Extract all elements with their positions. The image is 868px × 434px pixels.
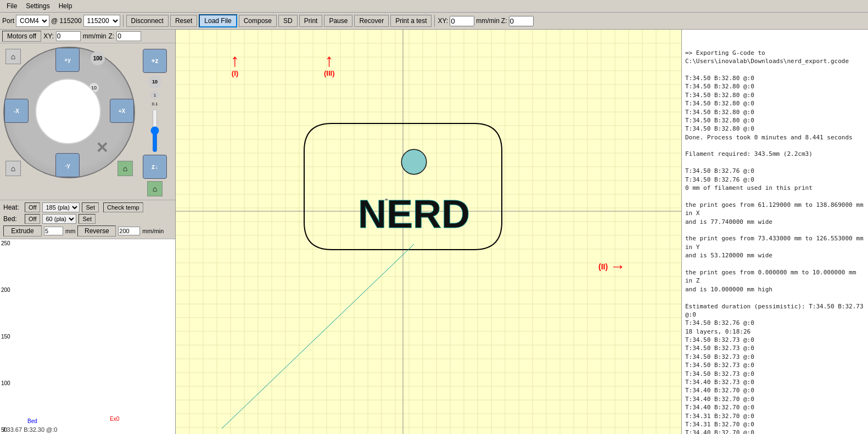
z-slider[interactable] <box>149 109 160 153</box>
xy-pos-label: XY: <box>43 32 54 40</box>
baud-select[interactable]: 115200 <box>83 15 120 27</box>
status-text: T:33.67 B:32.30 @:0 <box>2 426 57 433</box>
mm-min-label: mm/min <box>476 17 500 25</box>
temp-y-150: 150 <box>1 334 21 340</box>
menu-help[interactable]: Help <box>54 1 77 11</box>
arrow-iii-annotation: ↑ (III) <box>324 52 335 77</box>
z-speed-01: 0.1 <box>152 102 158 106</box>
reverse-button[interactable]: Reverse <box>77 226 116 236</box>
motors-off-button[interactable]: Motors off <box>2 31 41 42</box>
left-panel: Motors off XY: mm/min Z: ⌂ ⌂ ⌂ 100 10 0.… <box>0 30 176 434</box>
temp-y-250: 250 <box>1 240 21 246</box>
heat-controls: Heat: Off 185 (pla) Set Check temp Bed: … <box>0 200 175 239</box>
joystick-inner: ✕ <box>35 78 101 144</box>
separator-2 <box>434 15 435 27</box>
z-pos-input[interactable] <box>116 31 141 41</box>
mm-label: mm <box>65 228 75 234</box>
bed-row: Bed: Off 60 (pla) Set <box>3 214 172 224</box>
menu-settings[interactable]: Settings <box>21 1 54 11</box>
z-label: Z: <box>501 17 507 25</box>
print-test-button[interactable]: Print a test <box>390 15 432 27</box>
print-button[interactable]: Print <box>299 15 323 27</box>
speed-100-badge: 100 <box>91 51 105 65</box>
sd-button[interactable]: SD <box>278 15 298 27</box>
bed-label: Bed: <box>3 215 23 223</box>
minus-z-button[interactable]: z↓ <box>143 155 167 179</box>
temp-y-200: 200 <box>1 287 21 293</box>
z-speed-1: 1 <box>150 91 159 99</box>
recover-button[interactable]: Recover <box>354 15 389 27</box>
bed-ex-label: Bed <box>27 418 37 424</box>
temp-graph: 250 200 150 100 50 Bed Ex0 T:33.67 B:32.… <box>0 239 175 434</box>
extrude-amount[interactable] <box>44 227 63 235</box>
extrude-speed[interactable] <box>118 227 140 235</box>
disconnect-button[interactable]: Disconnect <box>126 15 169 27</box>
home-xy-button[interactable]: ⌂ <box>5 49 21 64</box>
extrude-button[interactable]: Extrude <box>3 226 42 236</box>
grid-canvas <box>176 30 681 434</box>
joystick-area: ⌂ ⌂ ⌂ 100 10 0.1 +y -y -X +X ✕ +z <box>0 43 175 200</box>
reset-button[interactable]: Reset <box>170 15 197 27</box>
separator-1 <box>123 15 124 27</box>
home-x-button[interactable]: ⌂ <box>5 161 21 176</box>
extrude-row: Extrude mm Reverse mm/min <box>3 226 172 236</box>
ex-label: Ex0 <box>110 416 119 422</box>
log-panel: => Exporting G-code to C:\Users\inovalab… <box>681 30 868 434</box>
baud-label: @ 115200 <box>51 17 82 25</box>
plus-x-button[interactable]: +X <box>110 99 134 123</box>
menu-file[interactable]: File <box>2 1 21 11</box>
arrow-ii-annotation: (II) → <box>598 258 628 275</box>
arrow-i-annotation: ↑ (I) <box>231 52 239 77</box>
xy-label: XY: <box>438 17 448 25</box>
xy-joystick: ⌂ ⌂ ⌂ 100 10 0.1 +y -y -X +X ✕ <box>3 47 135 178</box>
motors-row: Motors off XY: mm/min Z: <box>0 30 175 43</box>
home-z-button[interactable]: ⌂ <box>147 181 163 196</box>
bed-off-button[interactable]: Off <box>25 214 40 224</box>
z-pos-label: Z: <box>109 32 115 40</box>
x-cross-label: ✕ <box>96 139 108 157</box>
heat-row: Heat: Off 185 (pla) Set Check temp <box>3 202 172 212</box>
plus-y-button[interactable]: +y <box>55 48 80 72</box>
canvas-area: ↑ (I) ↑ (III) <box>176 30 681 434</box>
mm-per-min-label: mm/min <box>142 228 164 234</box>
minus-y-button[interactable]: -y <box>55 153 80 177</box>
xy-input[interactable] <box>450 16 474 26</box>
minus-x-button[interactable]: -X <box>4 99 29 123</box>
check-temp-button[interactable]: Check temp <box>103 202 143 212</box>
port-label: Port <box>2 17 14 25</box>
temp-y-100: 100 <box>1 380 21 386</box>
heat-set-button[interactable]: Set <box>82 202 99 212</box>
temp-y-labels: 250 200 150 100 50 <box>0 239 22 434</box>
xy-pos-input[interactable] <box>56 31 81 41</box>
menubar: File Settings Help <box>0 0 868 13</box>
z-input[interactable] <box>509 16 534 26</box>
heat-off-button[interactable]: Off <box>25 202 40 212</box>
bed-set-button[interactable]: Set <box>79 214 96 224</box>
heat-value-select[interactable]: 185 (pla) <box>42 202 80 212</box>
log-content: => Exporting G-code to C:\Users\inovalab… <box>685 49 865 434</box>
main-area: Motors off XY: mm/min Z: ⌂ ⌂ ⌂ 100 10 0.… <box>0 30 868 434</box>
pause-button[interactable]: Pause <box>324 15 352 27</box>
load-file-button[interactable]: Load File <box>199 14 237 27</box>
toolbar: Port COM4 @ 115200 115200 Disconnect Res… <box>0 13 868 30</box>
heat-label: Heat: <box>3 204 23 211</box>
home-y-button[interactable]: ⌂ <box>117 161 133 176</box>
compose-button[interactable]: Compose <box>239 15 277 27</box>
port-select[interactable]: COM4 <box>16 15 49 27</box>
z-speed-10: 10 <box>148 75 161 88</box>
z-panel: +z 10 1 0.1 z↓ ⌂ <box>138 47 171 196</box>
mm-min-pos-label: mm/min <box>83 32 107 40</box>
bed-value-select[interactable]: 60 (pla) <box>42 214 76 224</box>
plus-z-button[interactable]: +z <box>143 49 167 73</box>
